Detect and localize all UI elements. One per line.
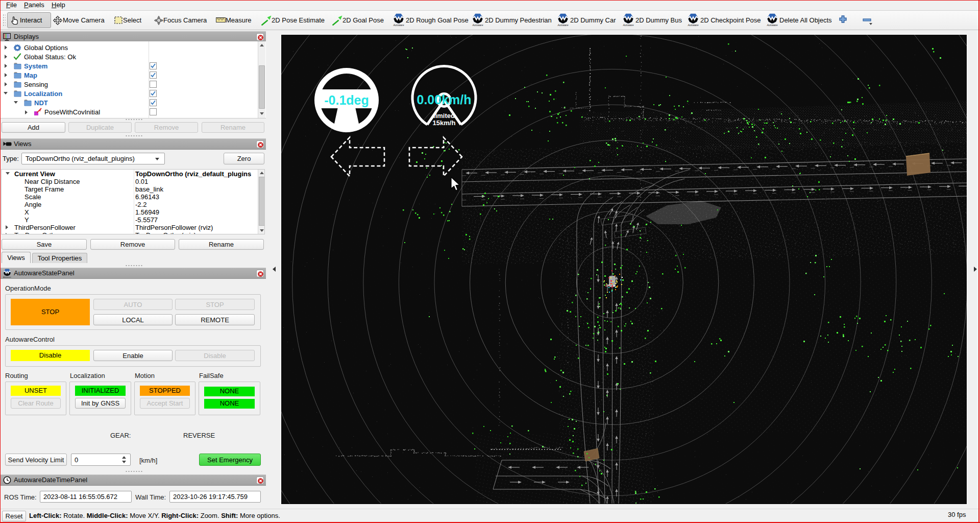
svg-text:0.00km/h: 0.00km/h bbox=[416, 92, 471, 107]
svg-text:-0.1deg: -0.1deg bbox=[324, 93, 369, 107]
svg-text:15km/h: 15km/h bbox=[433, 119, 456, 127]
svg-text:limited: limited bbox=[433, 112, 455, 120]
